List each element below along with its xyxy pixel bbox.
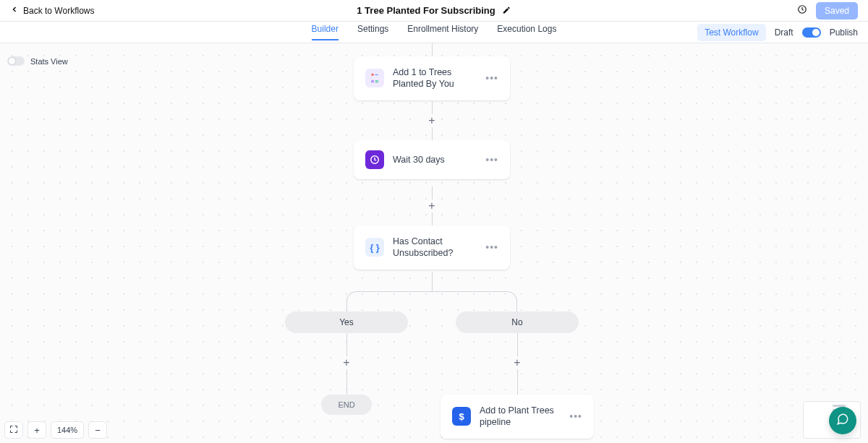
- node-condition[interactable]: { } Has Contact Unsubscribed? •••: [354, 225, 510, 270]
- node-end-label: END: [338, 400, 354, 409]
- node-condition-menu[interactable]: •••: [478, 241, 498, 253]
- help-chat-button[interactable]: [829, 407, 856, 434]
- back-label: Back to Workflows: [23, 6, 94, 16]
- chevron-left-icon: [10, 5, 19, 16]
- workflow-title: 1 Tree Planted For Subscribing: [357, 5, 495, 16]
- add-step-button[interactable]: +: [425, 199, 438, 212]
- node-pipeline-label: Add to Plant Trees pipeline: [480, 405, 562, 429]
- braces-icon: { }: [365, 238, 384, 257]
- publish-label: Publish: [830, 27, 858, 38]
- edit-title-button[interactable]: [503, 4, 511, 17]
- zoom-in-button[interactable]: +: [27, 421, 46, 439]
- math-icon: +− ×=: [365, 69, 384, 87]
- tab-enrollment-history[interactable]: Enrollment History: [407, 24, 478, 40]
- saved-button[interactable]: Saved: [816, 2, 858, 20]
- node-math-action[interactable]: +− ×= Add 1 to Trees Planted By You •••: [354, 56, 510, 100]
- branch-no-label: No: [511, 317, 522, 327]
- fullscreen-button[interactable]: [4, 421, 23, 439]
- draft-label: Draft: [775, 27, 793, 38]
- chat-icon: [836, 413, 849, 429]
- clock-icon: [365, 150, 384, 169]
- node-end: END: [321, 395, 372, 415]
- back-to-workflows-link[interactable]: Back to Workflows: [10, 5, 94, 16]
- add-step-button[interactable]: +: [340, 356, 353, 369]
- node-wait-menu[interactable]: •••: [478, 154, 498, 165]
- branch-yes[interactable]: Yes: [285, 311, 408, 333]
- dollar-icon: $: [452, 407, 471, 426]
- history-icon[interactable]: [797, 4, 807, 17]
- tab-settings[interactable]: Settings: [357, 24, 388, 40]
- publish-toggle[interactable]: [802, 27, 821, 38]
- tab-builder[interactable]: Builder: [312, 24, 339, 40]
- node-math-label: Add 1 to Trees Planted By You: [393, 66, 478, 90]
- node-wait[interactable]: Wait 30 days •••: [354, 140, 510, 179]
- add-step-button[interactable]: +: [511, 356, 524, 369]
- zoom-value: 144%: [51, 421, 84, 439]
- branch-yes-label: Yes: [339, 317, 354, 327]
- branch-no[interactable]: No: [456, 311, 579, 333]
- node-pipeline-menu[interactable]: •••: [562, 410, 582, 422]
- add-step-button[interactable]: +: [425, 114, 438, 127]
- zoom-out-button[interactable]: −: [88, 421, 107, 439]
- test-workflow-button[interactable]: Test Workflow: [697, 24, 765, 41]
- node-condition-label: Has Contact Unsubscribed?: [393, 236, 478, 259]
- tab-execution-logs[interactable]: Execution Logs: [497, 24, 556, 40]
- expand-icon: [9, 425, 18, 436]
- node-wait-label: Wait 30 days: [393, 154, 445, 165]
- node-math-menu[interactable]: •••: [478, 72, 498, 84]
- node-pipeline[interactable]: $ Add to Plant Trees pipeline •••: [441, 395, 594, 439]
